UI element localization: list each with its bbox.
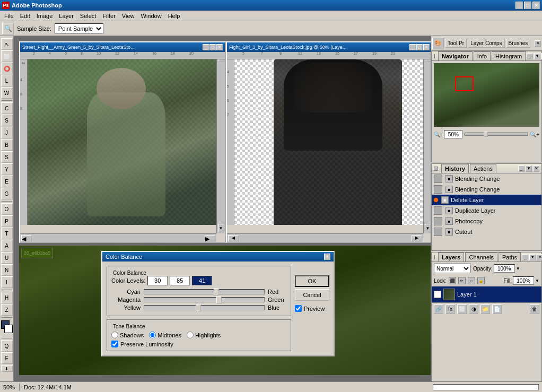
preserve-luminosity-input[interactable] bbox=[111, 341, 118, 347]
doc2-scrollbar-h[interactable]: ◀ ▶ bbox=[227, 233, 423, 242]
tool-move[interactable]: ↖ bbox=[1, 38, 13, 50]
fill-input[interactable] bbox=[513, 276, 534, 285]
doc2-maximize[interactable]: □ bbox=[416, 44, 423, 50]
tool-text[interactable]: T bbox=[1, 228, 13, 239]
doc1-scroll-left[interactable]: ◀ bbox=[21, 235, 32, 241]
doc2-titlebar[interactable]: Fight_Girl_3_by_Sitara_LeotaStock.jpg @ … bbox=[227, 42, 431, 52]
midtones-radio-input[interactable] bbox=[149, 332, 156, 338]
history-item-3[interactable]: ■ Duplicate Layer bbox=[432, 205, 541, 216]
right-top-close[interactable]: ✕ bbox=[535, 40, 541, 47]
cancel-button[interactable]: Cancel bbox=[295, 289, 329, 301]
tool-quick-mask[interactable]: Q bbox=[1, 340, 13, 352]
doc1-maximize[interactable]: □ bbox=[209, 44, 216, 50]
menu-layer[interactable]: Layer bbox=[56, 12, 77, 20]
menu-edit[interactable]: Edit bbox=[17, 12, 33, 20]
yellow-blue-slider-track[interactable] bbox=[144, 305, 265, 310]
menu-view[interactable]: View bbox=[119, 12, 138, 20]
paths-tab[interactable]: Paths bbox=[499, 252, 521, 262]
tool-jump-to[interactable]: ⬇ bbox=[1, 365, 13, 372]
nav-menu-btn[interactable]: ▼ bbox=[534, 53, 540, 59]
ok-button[interactable]: OK bbox=[295, 275, 329, 287]
doc2-scroll-left[interactable]: ◀ bbox=[228, 235, 239, 241]
zoom-input[interactable] bbox=[444, 130, 462, 138]
tool-crop[interactable]: C bbox=[1, 102, 13, 114]
color-level-2-input[interactable] bbox=[170, 276, 190, 285]
histogram-tab[interactable]: Histogram bbox=[492, 51, 526, 60]
tool-gradient[interactable]: G bbox=[1, 188, 13, 199]
tool-shape[interactable]: U bbox=[1, 252, 13, 264]
new-group-btn[interactable]: 📁 bbox=[480, 304, 490, 314]
tool-history-brush[interactable]: Y bbox=[1, 163, 13, 175]
lock-image-btn[interactable]: ✏ bbox=[458, 277, 466, 284]
menu-window[interactable]: Window bbox=[138, 12, 165, 20]
background-color[interactable] bbox=[4, 325, 13, 333]
doc1-scroll-right[interactable]: ▶ bbox=[205, 235, 215, 241]
tool-screen-mode[interactable]: F bbox=[1, 352, 13, 364]
color-level-1-input[interactable] bbox=[147, 276, 168, 285]
doc2-close[interactable]: ✕ bbox=[423, 44, 430, 50]
new-fill-btn[interactable]: ◑ bbox=[469, 304, 478, 314]
history-item-1[interactable]: ■ Blending Change bbox=[432, 184, 541, 195]
tool-preset-icon[interactable]: 🎨 bbox=[432, 38, 444, 49]
maximize-button[interactable]: □ bbox=[524, 2, 531, 9]
magenta-green-thumb[interactable] bbox=[216, 296, 222, 303]
layers-menu-btn[interactable]: ▼ bbox=[529, 254, 536, 260]
tool-marquee-rect[interactable]: ⬜ bbox=[1, 50, 13, 62]
menu-select[interactable]: Select bbox=[77, 12, 100, 20]
tool-zoom[interactable]: Z bbox=[1, 304, 13, 316]
color-level-3-input[interactable] bbox=[192, 276, 212, 285]
layer-comps-tab[interactable]: Layer Comps bbox=[468, 39, 504, 48]
cyan-red-slider-track[interactable] bbox=[144, 289, 265, 294]
color-balance-titlebar[interactable]: Color Balance ✕ bbox=[102, 252, 334, 262]
info-tab[interactable]: Info bbox=[474, 51, 491, 60]
fill-arrow[interactable]: ▼ bbox=[535, 278, 539, 283]
tool-marquee-ellipse[interactable]: ⭕ bbox=[1, 63, 13, 74]
layers-controls[interactable]: _ ▼ ✕ bbox=[522, 254, 542, 260]
history-item-4[interactable]: ■ Photocopy bbox=[432, 216, 541, 227]
layers-close-btn[interactable]: ✕ bbox=[537, 254, 542, 260]
history-controls[interactable]: _ ▼ ✕ bbox=[518, 165, 539, 172]
lock-position-btn[interactable]: ↔ bbox=[468, 277, 475, 284]
nav-minimize-btn[interactable]: _ bbox=[527, 53, 533, 59]
zoom-thumb[interactable] bbox=[484, 132, 488, 137]
minimize-button[interactable]: _ bbox=[515, 2, 523, 9]
new-layer-btn[interactable]: 📄 bbox=[492, 304, 502, 314]
layer-link-btn[interactable]: 🔗 bbox=[434, 304, 443, 314]
tool-heal[interactable]: J bbox=[1, 127, 13, 138]
tool-eyedropper[interactable]: I bbox=[1, 276, 13, 288]
tool-brush[interactable]: B bbox=[1, 139, 13, 151]
zoom-in-icon[interactable]: 🔍+ bbox=[530, 132, 539, 137]
tool-path-select[interactable]: A bbox=[1, 240, 13, 251]
doc1-controls[interactable]: _ □ ✕ bbox=[203, 44, 223, 50]
highlights-radio[interactable]: Highlights bbox=[187, 332, 221, 338]
doc1-minimize[interactable]: _ bbox=[203, 44, 209, 50]
tool-dodge[interactable]: O bbox=[1, 203, 13, 215]
layer-eye-0[interactable]: 👁 bbox=[434, 291, 441, 298]
doc2-scroll-down[interactable]: ▼ bbox=[425, 224, 431, 232]
dialog-controls[interactable]: ✕ bbox=[324, 254, 330, 260]
midtones-radio[interactable]: Midtones bbox=[149, 332, 181, 338]
doc2-scroll-right[interactable]: ▶ bbox=[412, 235, 422, 241]
doc1-close[interactable]: ✕ bbox=[216, 44, 223, 50]
menu-help[interactable]: Help bbox=[165, 12, 183, 20]
doc1-scrollbar-h[interactable]: ◀ ▶ bbox=[20, 233, 216, 242]
zoom-slider[interactable] bbox=[465, 133, 528, 136]
tool-stamp[interactable]: S bbox=[1, 151, 13, 163]
tool-notes[interactable]: N bbox=[1, 264, 13, 276]
zoom-out-icon[interactable]: 🔍- bbox=[434, 132, 442, 137]
close-button[interactable]: ✕ bbox=[532, 2, 540, 9]
lock-all-btn[interactable]: 🔒 bbox=[477, 277, 485, 284]
opacity-input[interactable] bbox=[494, 264, 515, 273]
blend-mode-select[interactable]: Normal bbox=[434, 264, 471, 273]
history-tab[interactable]: History bbox=[441, 164, 469, 173]
history-close-btn[interactable]: ✕ bbox=[533, 165, 539, 172]
yellow-blue-thumb[interactable] bbox=[196, 304, 201, 311]
history-item-2[interactable]: ■ Delete Layer bbox=[432, 195, 541, 205]
cyan-red-thumb[interactable] bbox=[214, 288, 219, 295]
menu-file[interactable]: File bbox=[1, 12, 17, 20]
layer-mask-btn[interactable]: ⬜ bbox=[457, 304, 467, 314]
layer-style-btn[interactable]: fx bbox=[445, 304, 455, 314]
sample-size-select[interactable]: Point Sample bbox=[55, 23, 103, 34]
tool-lasso[interactable]: L bbox=[1, 75, 13, 86]
channels-tab[interactable]: Channels bbox=[465, 252, 497, 262]
